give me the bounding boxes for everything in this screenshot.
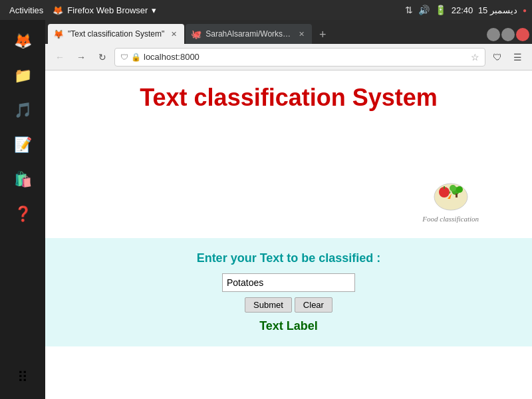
dock-item-appstore[interactable]: 🛍️	[7, 164, 39, 196]
nav-menu-button[interactable]: ☰	[508, 48, 527, 66]
dock-item-libreoffice[interactable]: 📝	[7, 129, 39, 161]
svg-line-8	[450, 192, 450, 194]
svg-rect-2	[444, 186, 445, 189]
url-bar[interactable]: 🛡 🔒 localhost:8000 ☆	[114, 48, 485, 66]
browser-window: 🦊 "Text classification System" ✕ 🐙 Sarah…	[45, 20, 532, 399]
firefox-browser-icon: 🦊	[53, 5, 63, 15]
nav-shield-btn[interactable]: 🛡	[488, 48, 507, 66]
food-logo-area: Food classification	[422, 174, 479, 223]
tab-favicon-github: 🐙	[191, 29, 201, 39]
tab-label-sarah: SarahAlsarami/Workshop-2...	[205, 29, 292, 39]
activities-button[interactable]: Activities	[5, 0, 47, 20]
window-controls: − □ ✕	[487, 28, 529, 44]
buttons-row: Submet Clear	[245, 297, 332, 313]
svg-rect-6	[456, 194, 458, 198]
dock-item-firefox[interactable]: 🦊	[7, 25, 39, 57]
svg-point-4	[456, 186, 463, 193]
dock-item-music[interactable]: 🎵	[7, 94, 39, 126]
classify-section: Enter your Text to be classified : Subme…	[45, 238, 532, 346]
browser-name-label: Firefox Web Browser	[67, 5, 148, 15]
reload-button[interactable]: ↻	[93, 48, 112, 66]
text-label-output: Text Label	[259, 319, 318, 333]
page-title-area: Text classification System	[45, 70, 532, 118]
maximize-button[interactable]: □	[501, 28, 515, 41]
back-button[interactable]: ←	[51, 48, 69, 66]
content-wrapper: Text classification System	[45, 70, 532, 346]
dropdown-arrow-icon: ▾	[152, 5, 156, 15]
minimize-button[interactable]: −	[487, 28, 500, 41]
dock-item-app-grid[interactable]: ⠿	[7, 362, 39, 394]
new-tab-button[interactable]: +	[313, 25, 332, 44]
tab-close-button-2[interactable]: ✕	[296, 29, 307, 39]
network-icon: ⇅	[405, 5, 413, 15]
top-bar-center: 🦊 Firefox Web Browser ▾	[53, 5, 156, 15]
lock-icon: 🔒	[131, 53, 141, 62]
tab-close-button-1[interactable]: ✕	[168, 29, 179, 39]
tab-sarah[interactable]: 🐙 SarahAlsarami/Workshop-2... ✕	[186, 24, 312, 44]
volume-icon: 🔊	[418, 5, 430, 15]
navigation-bar: ← → ↻ 🛡 🔒 localhost:8000 ☆ 🛡 ☰	[45, 44, 532, 70]
dock-item-help[interactable]: ❓	[7, 198, 39, 230]
tab-favicon-firefox: 🦊	[53, 29, 64, 39]
page-title: Text classification System	[45, 84, 532, 112]
tab-text-classification[interactable]: 🦊 "Text classification System" ✕	[48, 24, 184, 44]
classify-prompt: Enter your Text to be classified :	[197, 251, 381, 265]
notification-dot: ●	[523, 7, 527, 14]
url-text: localhost:8000	[144, 52, 200, 62]
bookmark-icon[interactable]: ☆	[471, 52, 479, 63]
food-logo-svg	[428, 174, 474, 213]
battery-icon: 🔋	[435, 5, 446, 15]
forward-button[interactable]: →	[72, 48, 90, 66]
close-button[interactable]: ✕	[516, 28, 529, 41]
nav-right-icons: 🛡 ☰	[488, 48, 527, 66]
top-bar: Activities 🦊 Firefox Web Browser ▾ ⇅ 🔊 🔋…	[0, 0, 532, 20]
shield-icon: 🛡	[120, 53, 128, 62]
text-input[interactable]	[222, 273, 355, 292]
tab-bar: 🦊 "Text classification System" ✕ 🐙 Sarah…	[45, 20, 532, 44]
page-content: Text classification System	[45, 70, 532, 399]
submit-button[interactable]: Submet	[245, 297, 292, 313]
dock-item-files[interactable]: 📁	[7, 60, 39, 92]
clock-display: 22:40 15 دیسمبر	[452, 5, 517, 15]
clear-button[interactable]: Clear	[295, 297, 332, 313]
dock: 🦊 📁 🎵 📝 🛍️ ❓ ⠿	[0, 20, 45, 399]
tab-label-text-classification: "Text classification System"	[68, 29, 164, 39]
food-classification-label: Food classification	[422, 215, 479, 223]
top-bar-right: ⇅ 🔊 🔋 22:40 15 دیسمبر ●	[405, 5, 527, 15]
svg-point-5	[450, 185, 456, 192]
